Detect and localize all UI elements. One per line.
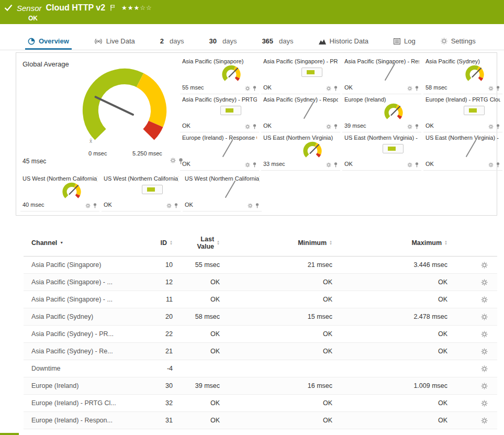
gear-icon[interactable] (326, 124, 331, 129)
maximum-value: OK (438, 330, 447, 338)
gear-icon[interactable] (407, 124, 412, 129)
gear-icon[interactable] (407, 86, 412, 91)
header-maximum[interactable]: Maximum ▲▼ (332, 239, 447, 247)
header-channel[interactable]: Channel ▼ (24, 239, 131, 247)
channel-tile-value: OK (185, 202, 193, 208)
overview-gauges-panel: Global Average x̄ 0 msec 5.250 msec 45 m… (16, 52, 497, 216)
channel-settings-icon[interactable] (481, 331, 497, 338)
tab-settings[interactable]: Settings (438, 34, 478, 50)
minimum-value: OK (323, 348, 332, 355)
channel-settings-icon[interactable] (481, 417, 497, 424)
gear-icon[interactable] (326, 162, 331, 168)
channel-settings-icon[interactable] (481, 314, 497, 320)
pin-icon[interactable] (93, 203, 97, 208)
maximum-value: 1.009 msec (413, 382, 447, 389)
gear-icon[interactable] (248, 203, 253, 208)
last-value: OK (210, 330, 220, 338)
tab-log[interactable]: Log (391, 34, 418, 50)
header-last-value[interactable]: Last Value ▲▼ (173, 236, 220, 250)
stars-filled[interactable]: ★★★ (121, 4, 140, 12)
tab-label: days (222, 37, 237, 45)
pin-icon[interactable] (255, 203, 260, 208)
gear-icon[interactable] (488, 162, 494, 168)
tab-live-data[interactable]: Live Data (92, 34, 138, 50)
maximum-value: 3.446 msec (413, 261, 447, 269)
channel-name[interactable]: Downtime (24, 365, 131, 372)
channel-tile-value: OK (263, 84, 272, 91)
channel-name[interactable]: Asia Pacific (Sydney) (24, 313, 131, 320)
channel-settings-icon[interactable] (481, 279, 497, 286)
channel-name[interactable]: Asia Pacific (Sydney) - Re... (24, 348, 131, 355)
gear-icon[interactable] (488, 86, 494, 91)
channel-tile: Asia Pacific (Singapore) - PR... OK (261, 56, 340, 94)
channel-settings-icon[interactable] (481, 383, 497, 389)
gear-icon[interactable] (170, 158, 176, 164)
channel-id: 22 (165, 330, 173, 338)
gear-icon[interactable] (407, 162, 412, 168)
priority-flag-icon[interactable] (110, 5, 115, 11)
stars-empty[interactable]: ☆☆ (140, 4, 152, 12)
channel-name[interactable]: Asia Pacific (Singapore) (24, 261, 131, 269)
pin-icon[interactable] (252, 85, 257, 91)
gear-icon[interactable] (166, 203, 172, 208)
tab-30-days[interactable]: 30days (206, 34, 239, 50)
pin-icon[interactable] (415, 124, 419, 129)
table-row: Asia Pacific (Singapore) 10 55 msec 21 m… (24, 256, 497, 274)
pin-icon[interactable] (333, 162, 338, 168)
channel-name[interactable]: Europe (Ireland) - PRTG Cl... (24, 399, 131, 407)
mini-gauge (217, 62, 245, 86)
pin-icon[interactable] (496, 85, 500, 91)
channel-tile-value: OK (104, 202, 112, 208)
pin-icon[interactable] (252, 162, 257, 168)
maximum-value: OK (438, 399, 447, 407)
tab-historic-data[interactable]: Historic Data (316, 34, 371, 50)
gear-icon[interactable] (326, 86, 331, 91)
channel-settings-icon[interactable] (481, 296, 497, 303)
gear-icon[interactable] (245, 124, 250, 129)
pin-icon[interactable] (252, 124, 257, 129)
channel-id: 12 (165, 278, 173, 286)
last-value: OK (210, 278, 220, 286)
table-row: Europe (Ireland) - Respon... 31 OK OK OK (24, 412, 497, 429)
tab-overview[interactable]: Overview (25, 34, 72, 50)
channel-name[interactable]: Asia Pacific (Singapore) - ... (24, 296, 131, 303)
channel-tile: Asia Pacific (Sydney) - PRTG ... OK (180, 94, 259, 132)
channel-settings-icon[interactable] (481, 348, 497, 355)
channel-name[interactable]: Asia Pacific (Singapore) - ... (24, 278, 131, 286)
pin-icon[interactable] (496, 162, 500, 168)
tab-2-days[interactable]: 2days (158, 34, 187, 50)
pin-icon[interactable] (415, 85, 419, 91)
priority-stars[interactable]: ★★★☆☆ (121, 4, 152, 12)
tab-label: Overview (39, 37, 69, 45)
header-id[interactable]: ID ▲▼ (131, 239, 173, 247)
channel-settings-icon[interactable] (481, 262, 497, 269)
tab-label: Log (404, 37, 416, 45)
channel-tile: Asia Pacific (Sydney) - Respo... OK (261, 94, 340, 132)
gear-icon[interactable] (488, 124, 494, 129)
mini-gauge (379, 101, 408, 124)
gear-icon[interactable] (245, 162, 250, 168)
pin-icon[interactable] (415, 162, 419, 168)
channel-settings-icon[interactable] (481, 365, 497, 372)
channel-tile: US West (Northern California)... OK (183, 173, 262, 211)
tab-365-days[interactable]: 365days (259, 34, 296, 50)
channel-tile: US West (Northern California) 40 msec (20, 173, 99, 211)
channel-name[interactable]: Asia Pacific (Sydney) - PR... (24, 330, 131, 338)
pin-icon[interactable] (174, 203, 178, 208)
maximum-value: 2.478 msec (413, 313, 447, 320)
channel-name[interactable]: Europe (Ireland) (24, 382, 131, 389)
ok-status-bar (383, 144, 404, 153)
pin-icon[interactable] (333, 85, 338, 91)
channel-name[interactable]: Europe (Ireland) - Respon... (24, 417, 131, 424)
header-minimum[interactable]: Minimum ▲▼ (220, 239, 332, 247)
channel-tile: Europe (Ireland) - PRTG Cloud... OK (423, 94, 502, 132)
channel-settings-icon[interactable] (481, 400, 497, 407)
maximum-value: OK (438, 278, 447, 286)
pin-icon[interactable] (333, 124, 338, 129)
tab-label: Settings (451, 37, 476, 45)
pin-icon[interactable] (496, 124, 500, 129)
last-value: OK (210, 417, 220, 424)
live-data-icon (94, 38, 103, 44)
gear-icon[interactable] (245, 86, 250, 91)
gear-icon[interactable] (85, 203, 91, 208)
